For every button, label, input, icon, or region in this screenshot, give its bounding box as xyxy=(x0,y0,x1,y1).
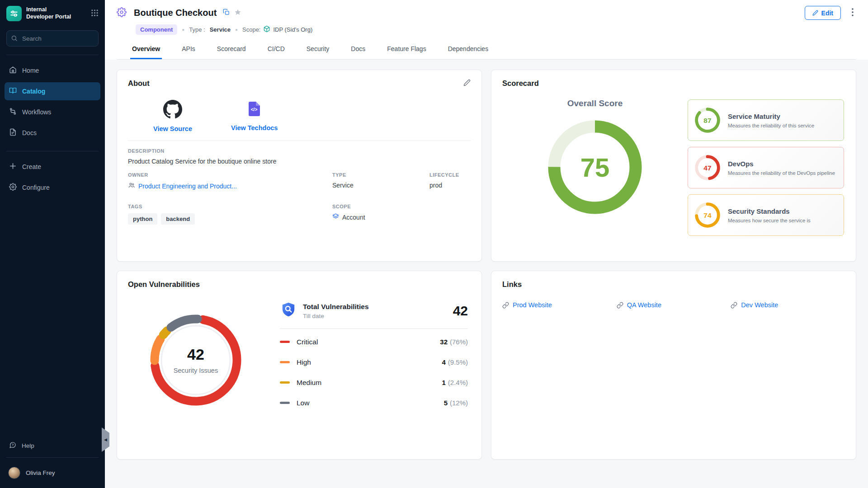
sidebar-item-help[interactable]: ? Help xyxy=(0,437,105,455)
kebab-menu-icon[interactable] xyxy=(849,7,856,19)
tag-chip[interactable]: backend xyxy=(161,213,195,225)
view-techdocs-label: View Techdocs xyxy=(231,124,278,131)
type-value: Service xyxy=(210,26,231,33)
breadcrumb-dot: ● xyxy=(182,27,184,32)
content-grid: About View Source xyxy=(105,60,868,460)
link-prod-website[interactable]: Prod Website xyxy=(502,301,617,309)
score-ring-chart: 87 xyxy=(694,107,721,133)
total-vuln-label: Total Vulnerabilities xyxy=(303,303,369,311)
brand-logo-icon xyxy=(6,6,22,21)
tab-apis[interactable]: APIs xyxy=(180,39,197,59)
sidebar-item-docs[interactable]: Docs xyxy=(5,124,100,142)
score-item-desc: Measures how secure the service is xyxy=(728,218,811,223)
vulnerabilities-title: Open Vulnerabilities xyxy=(128,280,471,289)
owner-link[interactable]: Product Engineering and Product... xyxy=(128,182,332,190)
tab-overview[interactable]: Overview xyxy=(130,39,162,59)
link-qa-website[interactable]: QA Website xyxy=(617,301,731,309)
total-vuln-value: 42 xyxy=(453,303,468,319)
component-gear-icon xyxy=(117,7,127,19)
svg-text:?: ? xyxy=(12,443,14,446)
sidebar: Internal Developer Portal xyxy=(0,0,105,488)
score-item-devops[interactable]: 47 DevOps Measures the reliability of th… xyxy=(688,147,844,188)
severity-label: High xyxy=(297,358,311,366)
medium-legend-dash xyxy=(280,381,290,384)
owner-label: OWNER xyxy=(128,172,332,178)
link-icon xyxy=(502,302,509,309)
sidebar-item-workflows[interactable]: Workflows xyxy=(5,103,100,121)
edit-button[interactable]: Edit xyxy=(805,6,841,20)
search-input[interactable] xyxy=(6,30,99,47)
lifecycle-value: prod xyxy=(429,182,471,189)
vuln-row-low: Low 5 (12%) xyxy=(280,393,468,413)
help-label: Help xyxy=(22,442,34,449)
apps-grid-icon[interactable] xyxy=(91,9,99,19)
score-ring-chart: 74 xyxy=(694,202,721,228)
sidebar-divider xyxy=(6,55,99,55)
github-icon xyxy=(163,100,182,121)
view-source-link[interactable]: View Source xyxy=(153,100,192,132)
catalog-icon xyxy=(9,87,17,96)
avatar xyxy=(8,467,20,479)
link-label: Prod Website xyxy=(513,301,552,309)
sidebar-item-label: Docs xyxy=(22,129,37,136)
score-item-desc: Measures the reliability of the DevOps p… xyxy=(728,170,835,176)
about-scope-field: SCOPE Account xyxy=(332,204,429,225)
vuln-row-critical: Critical 32 (76%) xyxy=(280,332,468,352)
tags-label: TAGS xyxy=(128,204,332,209)
tag-chip[interactable]: python xyxy=(128,213,157,225)
svg-text:</>: </> xyxy=(250,107,257,112)
tab-security[interactable]: Security xyxy=(305,39,331,59)
star-icon[interactable] xyxy=(234,9,241,18)
tab-dependencies[interactable]: Dependencies xyxy=(446,39,491,59)
type-field-label: TYPE xyxy=(332,172,429,178)
score-item-security-standards[interactable]: 74 Security Standards Measures how secur… xyxy=(688,194,844,236)
sidebar-item-label: Catalog xyxy=(22,88,45,95)
sidebar-bottom: ? Help Olivia Frey xyxy=(0,437,105,488)
about-type-field: TYPE Service xyxy=(332,172,429,190)
group-icon xyxy=(128,182,135,190)
score-item-service-maturity[interactable]: 87 Service Maturity Measures the reliabi… xyxy=(688,99,844,141)
sidebar-item-label: Create xyxy=(22,163,41,170)
user-name: Olivia Frey xyxy=(26,469,55,476)
score-item-title: DevOps xyxy=(728,160,835,168)
overall-score: Overall Score 75 xyxy=(502,93,688,236)
sidebar-item-configure[interactable]: Configure xyxy=(5,178,100,197)
page-title: Boutique Checkout xyxy=(134,8,217,18)
view-techdocs-link[interactable]: </> View Techdocs xyxy=(231,100,278,132)
sidebar-nav: Home Catalog Workflows xyxy=(0,61,105,145)
cube-icon xyxy=(263,25,270,34)
divider xyxy=(280,328,468,329)
link-label: Dev Website xyxy=(741,301,778,309)
sidebar-item-catalog[interactable]: Catalog xyxy=(5,82,100,100)
severity-label: Low xyxy=(297,399,309,407)
sidebar-divider xyxy=(6,151,99,151)
high-legend-dash xyxy=(280,361,290,363)
copy-icon[interactable] xyxy=(223,9,230,17)
severity-count: 1 xyxy=(442,379,445,386)
link-dev-website[interactable]: Dev Website xyxy=(731,301,845,309)
entity-kind-badge[interactable]: Component xyxy=(136,24,177,35)
link-icon xyxy=(731,302,737,309)
scorecard-title: Scorecard xyxy=(502,79,845,88)
scope-value: IDP (Sid's Org) xyxy=(273,26,312,33)
scope-field-value: Account xyxy=(342,214,365,221)
severity-count: 5 xyxy=(444,399,448,407)
brand: Internal Developer Portal xyxy=(0,0,105,26)
view-source-label: View Source xyxy=(153,125,192,132)
sidebar-actions: Create Configure xyxy=(0,158,105,199)
tab-docs[interactable]: Docs xyxy=(349,39,367,59)
score-list: 87 Service Maturity Measures the reliabi… xyxy=(688,99,844,236)
overall-score-donut-chart: 75 xyxy=(542,115,647,220)
till-date-label: Till date xyxy=(303,313,369,319)
tab-cicd[interactable]: CI/CD xyxy=(266,39,287,59)
sidebar-item-home[interactable]: Home xyxy=(5,61,100,80)
tab-scorecard[interactable]: Scorecard xyxy=(215,39,248,59)
about-owner-field: OWNER Product Engineering and Product... xyxy=(128,172,332,190)
help-icon: ? xyxy=(9,441,16,450)
user-menu[interactable]: Olivia Frey xyxy=(0,460,105,488)
about-edit-pencil-icon[interactable] xyxy=(463,79,471,88)
tab-feature-flags[interactable]: Feature Flags xyxy=(385,39,428,59)
sidebar-item-create[interactable]: Create xyxy=(5,158,100,176)
plus-icon xyxy=(9,162,17,171)
severity-percent: (12%) xyxy=(450,399,468,407)
